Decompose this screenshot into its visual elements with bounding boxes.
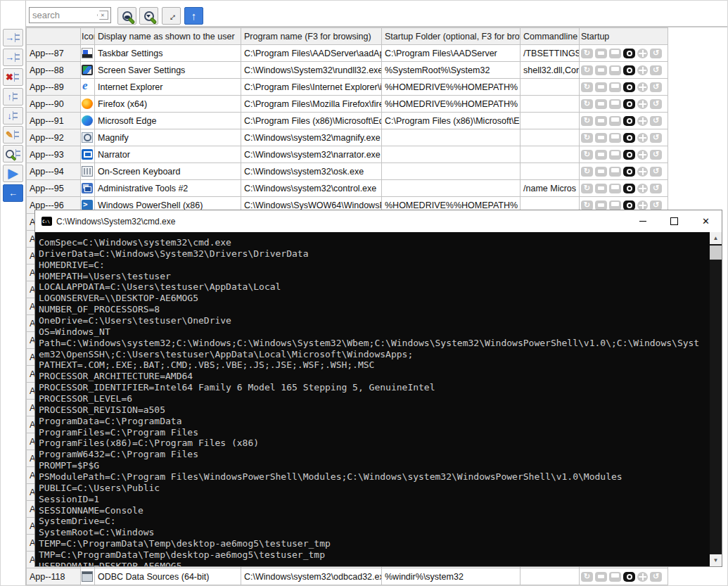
row-id-cell[interactable]: App---94	[27, 163, 81, 180]
table-row[interactable]: App---93NarratorC:\Windows\system32\narr…	[27, 146, 668, 163]
startup-folder-cell[interactable]	[382, 180, 521, 197]
app-icon-cell[interactable]	[81, 79, 95, 96]
autorun-icon[interactable]	[581, 200, 593, 210]
row-id-cell[interactable]: App---93	[27, 146, 81, 163]
table-row[interactable]: App---90Firefox (x64)C:\Program Files\Mo…	[27, 96, 668, 113]
refresh-icon[interactable]	[650, 82, 662, 92]
startup-folder-cell[interactable]	[382, 129, 521, 146]
autorun-icon[interactable]	[581, 184, 593, 193]
startup-options-cell[interactable]	[580, 62, 668, 79]
column-header[interactable]: Startup Folder (optional, F3 for brows	[382, 28, 521, 45]
column-header[interactable]: Commandline	[521, 28, 580, 45]
row-id-cell[interactable]: App---88	[27, 62, 81, 79]
autorun-icon[interactable]	[581, 572, 593, 582]
visible-eye-icon[interactable]	[623, 167, 635, 177]
window-restore-icon[interactable]	[595, 49, 607, 58]
startup-options-cell[interactable]	[580, 113, 668, 129]
visible-eye-icon[interactable]	[623, 65, 635, 75]
window-minimized-icon[interactable]	[609, 116, 621, 126]
refresh-icon[interactable]	[650, 167, 662, 177]
row-id-cell[interactable]: App--118	[27, 568, 81, 585]
startup-options-cell[interactable]	[580, 146, 668, 163]
app-icon-cell[interactable]	[81, 96, 95, 113]
window-minimized-icon[interactable]	[609, 150, 621, 160]
search-box[interactable]: ✕	[29, 7, 111, 23]
column-header[interactable]: Icon	[81, 28, 95, 45]
app-icon-cell[interactable]	[81, 113, 95, 129]
program-name-cell[interactable]: C:\Windows\system32\narrator.exe	[241, 146, 382, 163]
commandline-cell[interactable]	[521, 113, 580, 129]
program-name-cell[interactable]: C:\Program Files (x86)\Microsoft\Ed	[241, 113, 382, 129]
back-button[interactable]: ←	[3, 184, 23, 202]
display-name-cell[interactable]: Magnify	[95, 129, 241, 146]
shield-quadrant-icon[interactable]	[637, 572, 648, 582]
commandline-cell[interactable]: /TBSETTINGS	[521, 45, 580, 62]
refresh-icon[interactable]	[650, 99, 662, 109]
startup-folder-cell[interactable]	[382, 146, 521, 163]
startup-options-cell[interactable]	[580, 163, 668, 180]
row-id-cell[interactable]: App---89	[27, 79, 81, 96]
program-name-cell[interactable]: C:\Windows\system32\odbcad32.ex	[241, 568, 382, 585]
commandline-cell[interactable]	[521, 146, 580, 163]
refresh-icon[interactable]	[650, 150, 662, 160]
move-top-button[interactable]: ↑	[184, 7, 203, 25]
refresh-icon[interactable]	[650, 133, 662, 143]
search-input[interactable]	[30, 10, 97, 20]
window-restore-icon[interactable]	[595, 150, 607, 160]
visible-eye-icon[interactable]	[623, 133, 635, 143]
delete-item-button[interactable]: ✖	[3, 68, 23, 86]
maximize-button[interactable]	[658, 210, 690, 232]
app-icon-cell[interactable]	[81, 62, 95, 79]
row-id-cell[interactable]: App---87	[27, 45, 81, 62]
visible-eye-icon[interactable]	[623, 200, 635, 210]
startup-options-cell[interactable]	[580, 568, 668, 585]
autorun-icon[interactable]	[581, 150, 593, 160]
visible-eye-icon[interactable]	[623, 99, 635, 109]
startup-folder-cell[interactable]: C:\Program Files\AADServer	[382, 45, 521, 62]
row-id-cell[interactable]: App---91	[27, 113, 81, 129]
scroll-down-icon[interactable]: ▼	[710, 554, 722, 566]
window-minimized-icon[interactable]	[609, 184, 621, 193]
startup-folder-cell[interactable]: C:\Program Files (x86)\Microsoft\Edg	[382, 113, 521, 129]
insert-item-button[interactable]: →	[3, 29, 23, 46]
startup-options-cell[interactable]	[580, 79, 668, 96]
window-minimized-icon[interactable]	[609, 133, 621, 143]
scroll-up-icon[interactable]: ▲	[710, 232, 722, 244]
startup-folder-cell[interactable]	[382, 163, 521, 180]
commandline-cell[interactable]	[521, 568, 580, 585]
display-name-cell[interactable]: Screen Saver Settings	[95, 62, 241, 79]
expand-button[interactable]: ↔	[162, 7, 181, 25]
close-button[interactable]: ✕	[690, 210, 722, 232]
console-titlebar[interactable]: C:\Windows\System32\cmd.exe ✕	[35, 210, 722, 232]
autorun-icon[interactable]	[581, 167, 593, 177]
autorun-icon[interactable]	[581, 116, 593, 126]
program-name-cell[interactable]: C:\Windows\system32\magnify.exe	[241, 129, 382, 146]
app-icon-cell[interactable]	[81, 163, 95, 180]
column-header[interactable]: Display name as shown to the user	[95, 28, 241, 45]
shield-quadrant-icon[interactable]	[637, 65, 648, 75]
app-icon-cell[interactable]	[81, 129, 95, 146]
commandline-cell[interactable]: shell32.dll,Cor	[521, 62, 580, 79]
row-id-cell[interactable]: App---95	[27, 180, 81, 197]
commandline-cell[interactable]	[521, 163, 580, 180]
column-header[interactable]: Program name (F3 for browsing)	[241, 28, 382, 45]
window-minimized-icon[interactable]	[609, 99, 621, 109]
run-item-button[interactable]: ▶	[3, 165, 23, 182]
shield-quadrant-icon[interactable]	[637, 82, 648, 92]
refresh-icon[interactable]	[650, 116, 662, 126]
app-icon-cell[interactable]	[81, 146, 95, 163]
visible-eye-icon[interactable]	[623, 184, 635, 193]
refresh-icon[interactable]	[650, 65, 662, 75]
commandline-cell[interactable]: /name Micros	[521, 180, 580, 197]
window-restore-icon[interactable]	[595, 200, 607, 210]
row-id-cell[interactable]: App---90	[27, 96, 81, 113]
display-name-cell[interactable]: Internet Explorer	[95, 79, 241, 96]
move-item-up-button[interactable]: ↑	[3, 88, 23, 106]
shield-quadrant-icon[interactable]	[637, 167, 648, 177]
table-row[interactable]: App---91Microsoft EdgeC:\Program Files (…	[27, 113, 668, 129]
window-restore-icon[interactable]	[595, 99, 607, 109]
autorun-icon[interactable]	[581, 65, 593, 75]
visible-eye-icon[interactable]	[623, 572, 635, 582]
startup-options-cell[interactable]	[580, 45, 668, 62]
autorun-icon[interactable]	[581, 133, 593, 143]
